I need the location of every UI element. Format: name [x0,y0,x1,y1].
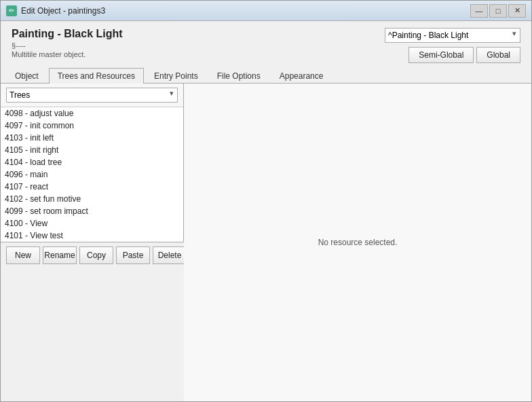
trees-dropdown-bar: Trees [1,84,183,107]
title-controls: — □ ✕ [470,4,526,18]
paste-button[interactable]: Paste [116,246,150,264]
copy-button[interactable]: Copy [79,246,113,264]
title-bar: ✏ Edit Object - paintings3 — □ ✕ [1,1,531,21]
rename-button[interactable]: Rename [43,246,77,264]
list-item[interactable]: 4098 - adjust value [1,107,183,120]
semi-global-button[interactable]: Semi-Global [408,47,474,63]
object-info: Painting - Black Light §---- Multitile m… [12,28,123,58]
list-item[interactable]: 4100 - View [1,217,183,230]
tab-object[interactable]: Object [6,68,48,84]
tab-file-options[interactable]: File Options [208,68,269,84]
list-item[interactable]: 4096 - main [1,168,183,181]
main-window: ✏ Edit Object - paintings3 — □ ✕ Paintin… [0,0,532,402]
app-icon: ✏ [6,5,17,16]
left-panel: Trees 4098 - adjust value 4097 - init co… [1,84,184,242]
tab-entry-points[interactable]: Entry Points [145,68,207,84]
trees-dropdown[interactable]: Trees [6,88,178,103]
list-item[interactable]: 4103 - init left [1,132,183,144]
list-item[interactable]: 4107 - react [1,181,183,193]
right-panel: No resource selected. [184,84,531,401]
object-name: Painting - Black Light [12,28,123,40]
list-item[interactable]: 4099 - set room impact [1,205,183,217]
title-bar-left: ✏ Edit Object - paintings3 [6,5,105,16]
painting-dropdown-wrapper: ^Painting - Black Light [385,28,520,43]
header-top: Painting - Black Light §---- Multitile m… [12,28,520,63]
object-id: §---- [12,41,123,50]
window-title: Edit Object - paintings3 [21,6,105,16]
new-button[interactable]: New [6,246,40,264]
bottom-toolbar: New Rename Copy Paste Delete [1,242,184,268]
left-panel-container: Trees 4098 - adjust value 4097 - init co… [1,84,184,401]
header-right: ^Painting - Black Light Semi-Global Glob… [385,28,520,63]
global-button[interactable]: Global [476,47,520,63]
list-item[interactable]: 4102 - set fun motive [1,193,183,205]
header-buttons: Semi-Global Global [408,47,520,63]
close-button[interactable]: ✕ [508,4,526,18]
tabs-bar: Object Trees and Resources Entry Points … [1,67,531,84]
no-resource-message: No resource selected. [318,238,398,247]
tab-appearance[interactable]: Appearance [271,68,332,84]
header-area: Painting - Black Light §---- Multitile m… [1,21,531,67]
minimize-button[interactable]: — [470,4,488,18]
list-item[interactable]: 4097 - init common [1,120,183,132]
list-item[interactable]: 4105 - init right [1,144,183,156]
painting-dropdown[interactable]: ^Painting - Black Light [385,28,520,43]
content-area: Trees 4098 - adjust value 4097 - init co… [1,84,531,401]
list-item[interactable]: 4104 - load tree [1,156,183,168]
object-type: Multitile master object. [12,50,123,58]
list-item[interactable]: 4101 - View test [1,230,183,242]
maximize-button[interactable]: □ [489,4,507,18]
tab-trees-resources[interactable]: Trees and Resources [49,68,144,84]
tree-list: 4098 - adjust value 4097 - init common 4… [1,107,183,242]
delete-button[interactable]: Delete [153,246,187,264]
trees-select-wrapper: Trees [6,88,178,103]
